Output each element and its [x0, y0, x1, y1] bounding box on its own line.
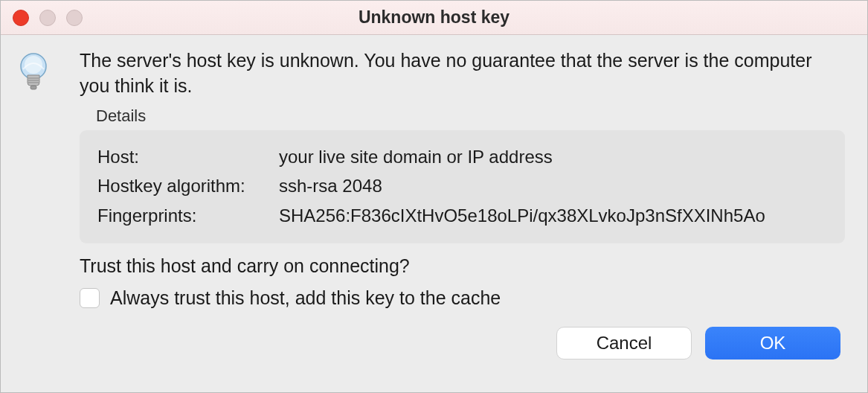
always-trust-checkbox[interactable] [80, 288, 100, 308]
traffic-lights [1, 10, 83, 26]
host-value: your live site domain or IP address [279, 142, 827, 172]
details-box: Host: your live site domain or IP addres… [80, 130, 845, 244]
minimize-window-button [39, 10, 56, 26]
algorithm-value: ssh-rsa 2048 [279, 171, 827, 201]
cancel-button[interactable]: Cancel [556, 327, 692, 360]
details-heading: Details [96, 106, 845, 126]
detail-row-algorithm: Hostkey algorithm: ssh-rsa 2048 [97, 171, 827, 201]
details-section: Details Host: your live site domain or I… [80, 106, 845, 244]
main-column: The server's host key is unknown. You ha… [62, 48, 851, 392]
checkbox-row: Always trust this host, add this key to … [80, 287, 845, 309]
detail-row-fingerprints: Fingerprints: SHA256:F836cIXtHvO5e18oLPi… [97, 201, 827, 231]
trust-question: Trust this host and carry on connecting? [80, 255, 845, 277]
zoom-window-button [66, 10, 83, 26]
ok-button[interactable]: OK [705, 327, 840, 360]
dialog-message: The server's host key is unknown. You ha… [80, 48, 845, 99]
host-label: Host: [97, 142, 279, 172]
dialog-window: Unknown host key The server's host key i… [0, 0, 868, 393]
window-title: Unknown host key [1, 7, 867, 28]
lightbulb-icon [17, 53, 50, 96]
titlebar: Unknown host key [1, 1, 867, 35]
dialog-content: The server's host key is unknown. You ha… [1, 35, 867, 392]
icon-column [17, 48, 62, 392]
fingerprints-value: SHA256:F836cIXtHvO5e18oLPi/qx38XLvkoJp3n… [279, 201, 827, 231]
svg-rect-5 [30, 86, 36, 89]
fingerprints-label: Fingerprints: [97, 201, 279, 231]
always-trust-label: Always trust this host, add this key to … [110, 287, 501, 309]
button-row: Cancel OK [80, 327, 845, 373]
close-window-button[interactable] [13, 10, 29, 26]
detail-row-host: Host: your live site domain or IP addres… [97, 142, 827, 172]
algorithm-label: Hostkey algorithm: [97, 171, 279, 201]
